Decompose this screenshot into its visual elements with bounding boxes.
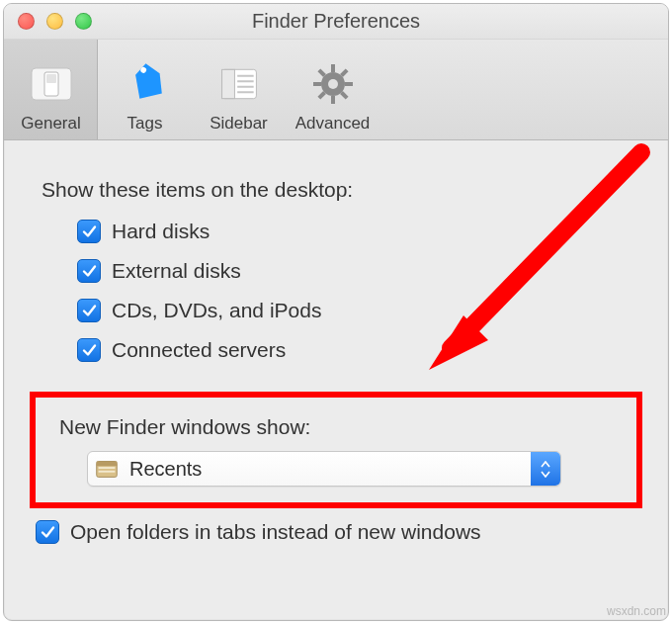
tab-label: Sidebar [210, 114, 268, 134]
recents-icon [92, 454, 122, 484]
svg-rect-5 [221, 69, 234, 98]
tab-label: Advanced [295, 114, 371, 134]
checkbox-label: External disks [112, 259, 241, 283]
svg-rect-2 [46, 74, 56, 83]
check-icon [77, 220, 101, 243]
checkbox-label: CDs, DVDs, and iPods [112, 299, 321, 322]
window-title: Finder Preferences [4, 10, 668, 33]
svg-rect-13 [313, 82, 321, 86]
svg-point-19 [328, 79, 338, 89]
checkbox-label: Hard disks [112, 220, 210, 243]
tab-general[interactable]: General [4, 40, 98, 139]
svg-rect-22 [99, 467, 116, 469]
desktop-items-list: Hard disks External disks CDs, DVDs, and… [42, 202, 630, 370]
checkbox-label: Connected servers [112, 338, 286, 362]
tab-tags[interactable]: Tags [98, 40, 192, 139]
gear-icon [305, 56, 361, 112]
tab-label: Tags [127, 114, 163, 134]
content-pane: Show these items on the desktop: Hard di… [4, 140, 668, 544]
svg-rect-21 [97, 462, 118, 467]
toolbar: General Tags Sid [4, 40, 668, 140]
titlebar: Finder Preferences [4, 4, 668, 40]
checkbox-open-in-tabs[interactable]: Open folders in tabs instead of new wind… [36, 520, 630, 544]
check-icon [36, 520, 59, 544]
tag-icon [118, 56, 173, 112]
new-finder-windows-select[interactable]: Recents [87, 451, 561, 487]
sidebar-icon [211, 56, 267, 112]
checkbox-cds-dvds-ipods[interactable]: CDs, DVDs, and iPods [77, 291, 630, 330]
check-icon [77, 299, 101, 322]
svg-rect-11 [331, 64, 335, 72]
checkbox-connected-servers[interactable]: Connected servers [77, 330, 630, 370]
checkbox-external-disks[interactable]: External disks [77, 251, 630, 291]
switch-icon [24, 56, 79, 112]
preferences-window: Finder Preferences General Tags [3, 3, 669, 621]
check-icon [77, 259, 101, 283]
desktop-items-heading: Show these items on the desktop: [42, 178, 630, 202]
checkbox-label: Open folders in tabs instead of new wind… [70, 520, 481, 544]
tab-sidebar[interactable]: Sidebar [192, 40, 286, 139]
highlighted-section: New Finder windows show: Recents [36, 398, 636, 502]
check-icon [77, 338, 101, 362]
svg-rect-23 [99, 471, 116, 473]
tab-advanced[interactable]: Advanced [286, 40, 379, 139]
watermark: wsxdn.com [607, 604, 666, 618]
tab-label: General [21, 114, 80, 134]
chevron-updown-icon [531, 452, 560, 486]
dropdown-value: Recents [129, 458, 202, 481]
svg-rect-14 [345, 82, 353, 86]
new-finder-windows-label: New Finder windows show: [59, 415, 630, 439]
checkbox-hard-disks[interactable]: Hard disks [77, 212, 630, 251]
svg-rect-12 [331, 96, 335, 104]
